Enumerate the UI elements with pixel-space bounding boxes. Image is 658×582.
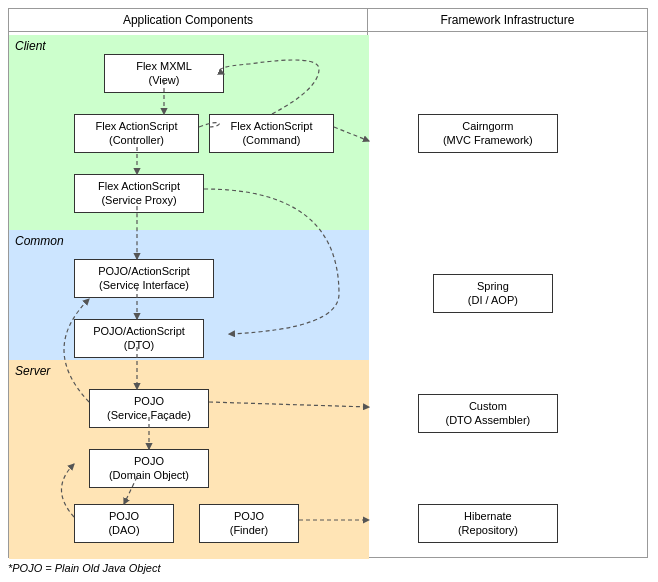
diagram-container: Application Components Client Common Ser… xyxy=(0,0,658,582)
box-flex-service: Flex ActionScript(Service Proxy) xyxy=(74,174,204,213)
box-pojo-dao: POJO(DAO) xyxy=(74,504,174,543)
box-flex-controller: Flex ActionScript(Controller) xyxy=(74,114,199,153)
box-flex-command: Flex ActionScript(Command) xyxy=(209,114,334,153)
box-pojo-finder: POJO(Finder) xyxy=(199,504,299,543)
right-panel-title: Framework Infrastructure xyxy=(368,9,647,32)
box-pojo-facade: POJO(Service Façade) xyxy=(89,389,209,428)
zone-common-label: Common xyxy=(9,230,369,252)
footnote: *POJO = Plain Old Java Object xyxy=(8,562,650,574)
box-pojo-domain: POJO(Domain Object) xyxy=(89,449,209,488)
box-hibernate: Hibernate(Repository) xyxy=(418,504,558,543)
box-custom: Custom(DTO Assembler) xyxy=(418,394,558,433)
box-cairngorm: Cairngorm(MVC Framework) xyxy=(418,114,558,153)
box-spring: Spring(DI / AOP) xyxy=(433,274,553,313)
box-flex-mxml: Flex MXML(View) xyxy=(104,54,224,93)
left-panel: Application Components Client Common Ser… xyxy=(9,9,368,557)
zone-server-label: Server xyxy=(9,360,369,382)
main-diagram: Application Components Client Common Ser… xyxy=(8,8,648,558)
box-pojo-dto: POJO/ActionScript(DTO) xyxy=(74,319,204,358)
right-panel: Framework Infrastructure Cairngorm(MVC F… xyxy=(368,9,647,557)
box-pojo-service-interface: POJO/ActionScript(Service Interface) xyxy=(74,259,214,298)
left-panel-title: Application Components xyxy=(9,9,367,32)
